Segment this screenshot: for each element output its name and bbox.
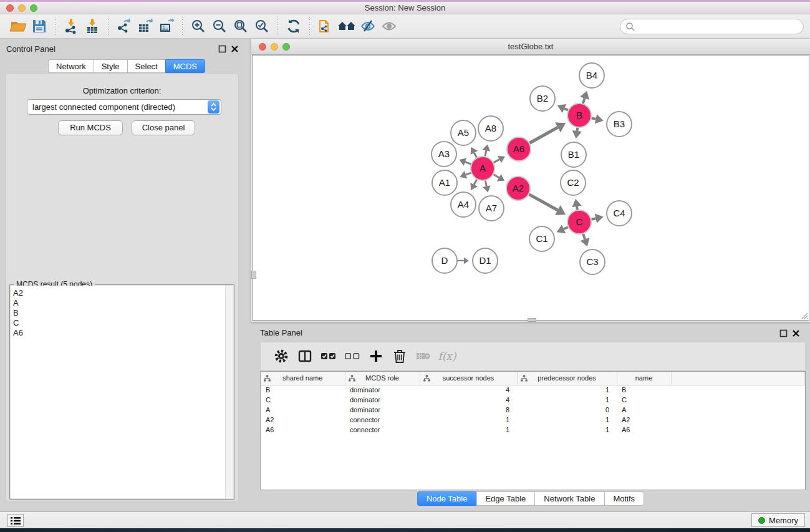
graph-edge[interactable] bbox=[564, 227, 568, 229]
network-graph[interactable]: AA1A2A3A4A5A6A7A8BB1B2B3B4CC1C2C3C4DD1 bbox=[253, 56, 809, 320]
list-item[interactable]: C bbox=[13, 318, 225, 328]
close-panel-button[interactable]: Close panel bbox=[132, 120, 195, 135]
memory-button[interactable]: Memory bbox=[751, 513, 805, 527]
column-header[interactable]: name bbox=[617, 372, 671, 385]
tab-network[interactable]: Network bbox=[48, 59, 94, 73]
delete-table-icon[interactable] bbox=[412, 345, 435, 367]
network-canvas[interactable]: AA1A2A3A4A5A6A7A8BB1B2B3B4CC1C2C3C4DD1 bbox=[252, 55, 809, 321]
network-window-titlebar[interactable]: testGlobe.txt bbox=[251, 39, 810, 55]
mcds-result-list[interactable]: A2ABCA6 bbox=[11, 286, 225, 498]
graph-edge[interactable] bbox=[474, 153, 476, 158]
column-header[interactable]: predecessor nodes bbox=[517, 372, 617, 385]
tab-select[interactable]: Select bbox=[127, 59, 165, 73]
import-network-icon[interactable] bbox=[60, 16, 82, 36]
table-row[interactable]: A2connector11A2 bbox=[261, 415, 805, 425]
zoom-window-button[interactable] bbox=[30, 4, 37, 12]
export-network-icon[interactable] bbox=[113, 16, 135, 36]
table-cell[interactable]: C bbox=[617, 395, 671, 405]
graph-edge[interactable] bbox=[529, 127, 557, 143]
network-minimize-button[interactable] bbox=[271, 43, 278, 51]
mcds-result-scrollbar[interactable] bbox=[225, 286, 233, 498]
tab-edge-table[interactable]: Edge Table bbox=[476, 491, 534, 506]
tab-node-table[interactable]: Node Table bbox=[417, 491, 476, 506]
table-cell[interactable]: A bbox=[617, 405, 671, 415]
save-session-icon[interactable] bbox=[29, 16, 50, 36]
refresh-icon[interactable] bbox=[283, 16, 304, 36]
column-header[interactable]: MCDS role bbox=[345, 372, 420, 385]
node-table[interactable]: shared nameMCDS rolesuccessor nodesprede… bbox=[260, 371, 806, 490]
graph-edge[interactable] bbox=[474, 180, 476, 185]
table-cell[interactable]: C bbox=[261, 395, 345, 405]
table-cell[interactable]: dominator bbox=[345, 385, 420, 395]
table-cell[interactable]: 4 bbox=[420, 385, 517, 395]
graph-edge[interactable] bbox=[577, 206, 577, 210]
table-cell[interactable]: B bbox=[617, 385, 671, 395]
zoom-selected-icon[interactable] bbox=[251, 16, 272, 36]
run-mcds-button[interactable]: Run MCDS bbox=[58, 120, 123, 135]
table-cell[interactable]: B bbox=[261, 385, 345, 395]
column-header[interactable]: successor nodes bbox=[420, 372, 517, 385]
table-float-icon[interactable] bbox=[779, 329, 788, 337]
tab-style[interactable]: Style bbox=[94, 59, 127, 73]
table-row[interactable]: Adominator80A bbox=[261, 405, 805, 415]
table-row[interactable]: A6connector11A6 bbox=[261, 425, 805, 435]
open-file-icon[interactable] bbox=[7, 16, 29, 36]
tab-network-table[interactable]: Network Table bbox=[534, 491, 604, 506]
home-icon[interactable] bbox=[336, 16, 357, 36]
delete-icon[interactable] bbox=[388, 345, 412, 367]
close-window-button[interactable] bbox=[6, 4, 14, 12]
import-table-icon[interactable] bbox=[82, 16, 103, 36]
canvas-vertical-scrollbar[interactable] bbox=[251, 271, 256, 279]
search-input[interactable] bbox=[620, 19, 804, 34]
tab-mcds[interactable]: MCDS bbox=[165, 59, 205, 73]
table-cell[interactable]: A2 bbox=[261, 415, 345, 425]
graph-edge[interactable] bbox=[583, 234, 585, 239]
table-row[interactable]: Bdominator41B bbox=[261, 385, 805, 395]
columns-icon[interactable] bbox=[293, 345, 317, 367]
zoom-in-icon[interactable] bbox=[188, 16, 209, 36]
network-close-button[interactable] bbox=[259, 43, 266, 51]
canvas-horizontal-scrollbar[interactable] bbox=[528, 318, 536, 322]
resize-grip-icon[interactable] bbox=[799, 311, 808, 319]
table-row[interactable]: Cdominator41C bbox=[261, 395, 805, 405]
list-item[interactable]: B bbox=[13, 308, 225, 318]
graph-edge[interactable] bbox=[485, 151, 486, 157]
function-builder-icon[interactable]: f(x) bbox=[435, 345, 459, 367]
export-image-icon[interactable] bbox=[156, 16, 177, 36]
hide-graphics-icon[interactable] bbox=[357, 16, 378, 36]
graph-edge[interactable] bbox=[466, 173, 471, 175]
table-cell[interactable]: A2 bbox=[617, 415, 671, 425]
gear-icon[interactable] bbox=[269, 345, 293, 367]
table-cell[interactable]: 4 bbox=[420, 395, 517, 405]
tab-motifs[interactable]: Motifs bbox=[604, 491, 644, 506]
graph-edge[interactable] bbox=[592, 118, 596, 119]
clone-network-icon[interactable] bbox=[315, 16, 336, 36]
table-cell[interactable]: 1 bbox=[517, 415, 617, 425]
graph-edge[interactable] bbox=[583, 99, 585, 104]
table-cell[interactable]: connector bbox=[345, 425, 420, 435]
table-close-icon[interactable] bbox=[792, 329, 800, 337]
table-cell[interactable]: 1 bbox=[517, 425, 617, 435]
table-cell[interactable]: connector bbox=[345, 415, 420, 425]
add-column-icon[interactable] bbox=[364, 345, 388, 367]
export-table-icon[interactable] bbox=[135, 16, 156, 36]
zoom-out-icon[interactable] bbox=[209, 16, 230, 36]
table-cell[interactable]: A6 bbox=[261, 425, 345, 435]
criterion-dropdown[interactable]: largest connected component (directed) bbox=[27, 99, 221, 115]
list-item[interactable]: A bbox=[13, 298, 225, 308]
task-history-button[interactable] bbox=[7, 514, 24, 527]
table-cell[interactable]: 1 bbox=[517, 385, 617, 395]
show-graphics-icon[interactable] bbox=[378, 16, 400, 36]
graph-edge[interactable] bbox=[564, 109, 568, 110]
unselect-all-icon[interactable] bbox=[340, 345, 364, 367]
graph-edge[interactable] bbox=[465, 162, 471, 164]
graph-edge[interactable] bbox=[577, 128, 577, 131]
table-cell[interactable]: dominator bbox=[345, 395, 420, 405]
select-all-icon[interactable] bbox=[317, 345, 340, 367]
graph-edge[interactable] bbox=[494, 160, 499, 163]
table-cell[interactable]: A6 bbox=[617, 425, 671, 435]
float-panel-icon[interactable] bbox=[218, 44, 226, 52]
table-cell[interactable]: dominator bbox=[345, 405, 420, 415]
graph-edge[interactable] bbox=[485, 181, 486, 186]
column-header[interactable]: shared name bbox=[261, 372, 345, 385]
